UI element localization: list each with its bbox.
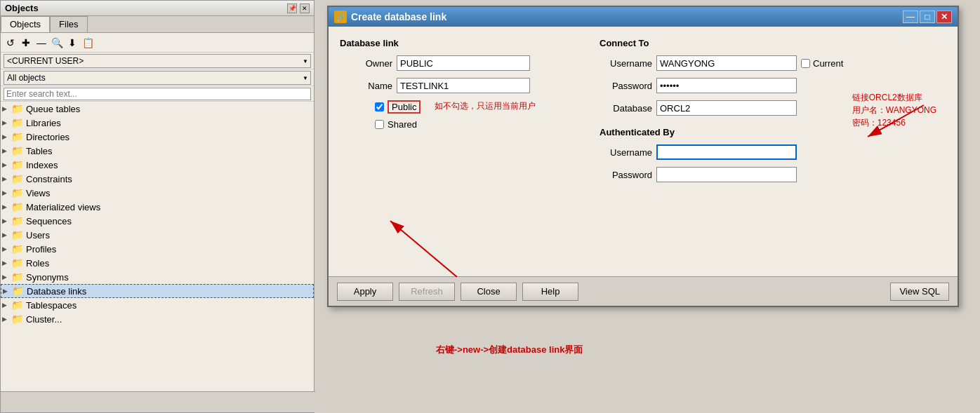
maximize-button[interactable]: □: [920, 11, 935, 23]
panel-titlebar-buttons: 📌 ✕: [287, 4, 310, 13]
panel-titlebar: Objects 📌 ✕: [1, 1, 314, 16]
tree-item-tablespaces[interactable]: ▶ 📁 Tablespaces: [1, 298, 314, 312]
pin-button[interactable]: 📌: [287, 4, 297, 13]
connect-to-section-title: Connect To: [600, 38, 946, 48]
tree-item-cluster[interactable]: ▶ 📁 Cluster...: [1, 312, 314, 326]
auth-password-row: Password: [600, 167, 946, 182]
user-dropdown[interactable]: <CURRENT USER>: [4, 54, 311, 68]
tab-objects[interactable]: Objects: [1, 16, 50, 32]
tree-item-mat-views[interactable]: ▶ 📁 Materialized views: [1, 200, 314, 214]
tree-item-database-links[interactable]: ▶ 📁 Database links: [1, 284, 314, 298]
user-dropdown-wrapper: <CURRENT USER>: [4, 54, 311, 68]
tree-item-views[interactable]: ▶ 📁 Views: [1, 186, 314, 200]
remove-btn[interactable]: —: [34, 36, 48, 50]
tree-item-constraints[interactable]: ▶ 📁 Constraints: [1, 172, 314, 186]
help-button[interactable]: Help: [522, 283, 578, 301]
public-label: Public: [388, 100, 421, 114]
folder-icon: 📁: [11, 187, 23, 198]
right-click-annotation: 右键->new->创建database link界面: [436, 344, 583, 356]
folder-icon: 📁: [11, 229, 23, 241]
folder-icon: 📁: [11, 201, 23, 212]
tree-item-tables[interactable]: ▶ 📁 Tables: [1, 144, 314, 158]
tree-item-directories[interactable]: ▶ 📁 Directories: [1, 130, 314, 144]
dialog-title-left: 🔗 Create database link: [334, 11, 446, 23]
refresh-button[interactable]: Refresh: [399, 283, 455, 301]
dialog-title: Create database link: [351, 11, 446, 22]
authenticated-by-section: Authenticated By Username Password: [600, 127, 946, 182]
auth-password-label: Password: [600, 170, 652, 180]
expand-arrow: ▶: [2, 189, 9, 196]
dialog-body: Database link Owner Name Public: [329, 27, 958, 201]
name-input[interactable]: [397, 78, 530, 93]
ct-username-input[interactable]: [656, 55, 797, 71]
owner-label: Owner: [340, 58, 392, 69]
tab-bar: Objects Files: [1, 16, 314, 33]
item-label: Synonyms: [26, 272, 69, 283]
ct-password-label: Password: [600, 81, 652, 91]
item-label: Database links: [27, 286, 86, 297]
search-input[interactable]: [4, 88, 311, 100]
owner-input[interactable]: [397, 55, 530, 71]
item-label: Cluster...: [26, 314, 62, 325]
expand-arrow: ▶: [2, 259, 9, 266]
public-annotation: 如不勾选，只运用当前用户: [435, 100, 536, 112]
current-checkbox[interactable]: [801, 59, 810, 68]
owner-row: Owner: [340, 55, 578, 71]
ct-username-label: Username: [600, 58, 652, 69]
shared-checkbox[interactable]: [375, 120, 384, 129]
close-button[interactable]: Close: [461, 283, 517, 301]
ct-database-input[interactable]: [656, 100, 797, 116]
expand-arrow: ▶: [2, 161, 9, 168]
apply-button[interactable]: Apply: [337, 283, 393, 301]
copy-btn[interactable]: 📋: [81, 36, 95, 50]
current-checkbox-area: Current: [801, 58, 843, 69]
database-link-section: Database link Owner Name Public: [340, 38, 578, 189]
ct-password-input[interactable]: [656, 78, 797, 93]
expand-arrow: ▶: [2, 316, 9, 323]
public-checkbox-area: Public Shared: [375, 100, 421, 130]
tab-files[interactable]: Files: [50, 16, 87, 32]
tree-area: ▶ 📁 Queue tables ▶ 📁 Libraries ▶ 📁 Direc…: [1, 102, 314, 409]
shared-label: Shared: [388, 119, 417, 130]
item-label: Sequences: [26, 216, 72, 226]
tree-item-synonyms[interactable]: ▶ 📁 Synonyms: [1, 270, 314, 284]
refresh-btn[interactable]: ↺: [4, 36, 18, 50]
current-label: Current: [813, 58, 843, 69]
auth-username-input[interactable]: [656, 144, 797, 160]
item-label: Views: [26, 188, 50, 198]
create-database-link-dialog: 🔗 Create database link — □ ✕ Database li…: [327, 6, 959, 307]
item-label: Indexes: [26, 160, 58, 170]
search-btn[interactable]: 🔍: [50, 36, 64, 50]
tree-item-libraries[interactable]: ▶ 📁 Libraries: [1, 116, 314, 130]
auth-username-row: Username: [600, 144, 946, 160]
item-label: Directories: [26, 132, 69, 142]
tree-item-roles[interactable]: ▶ 📁 Roles: [1, 256, 314, 270]
close-panel-button[interactable]: ✕: [300, 4, 310, 13]
annotation-line1: 链接ORCL2数据库: [852, 93, 922, 102]
add-btn[interactable]: ✚: [19, 36, 33, 50]
annotation-line2: 用户名：WANGYONG: [852, 105, 936, 115]
folder-icon: 📁: [12, 285, 24, 297]
expand-arrow: ▶: [2, 273, 9, 280]
tree-item-profiles[interactable]: ▶ 📁 Profiles: [1, 242, 314, 256]
view-sql-button[interactable]: View SQL: [890, 283, 949, 301]
auth-password-input[interactable]: [656, 167, 797, 182]
minimize-button[interactable]: —: [903, 11, 918, 23]
folder-icon: 📁: [11, 257, 23, 269]
tree-item-indexes[interactable]: ▶ 📁 Indexes: [1, 158, 314, 172]
expand-arrow: ▶: [2, 203, 9, 210]
public-checkbox[interactable]: [375, 102, 384, 111]
tree-item-sequences[interactable]: ▶ 📁 Sequences: [1, 214, 314, 228]
tree-item-users[interactable]: ▶ 📁 Users: [1, 228, 314, 242]
panel-title: Objects: [5, 3, 39, 13]
tree-item-queue-tables[interactable]: ▶ 📁 Queue tables: [1, 102, 314, 116]
name-row: Name: [340, 78, 578, 93]
expand-arrow: ▶: [2, 231, 9, 238]
objects-dropdown[interactable]: All objects: [4, 71, 311, 85]
close-dialog-button[interactable]: ✕: [936, 11, 952, 23]
toolbar: ↺ ✚ — 🔍 ⬇ 📋: [1, 33, 314, 53]
item-label: Users: [26, 230, 50, 241]
down-btn[interactable]: ⬇: [65, 36, 79, 50]
dialog-title-icon: 🔗: [334, 11, 347, 23]
item-label: Libraries: [26, 118, 61, 128]
